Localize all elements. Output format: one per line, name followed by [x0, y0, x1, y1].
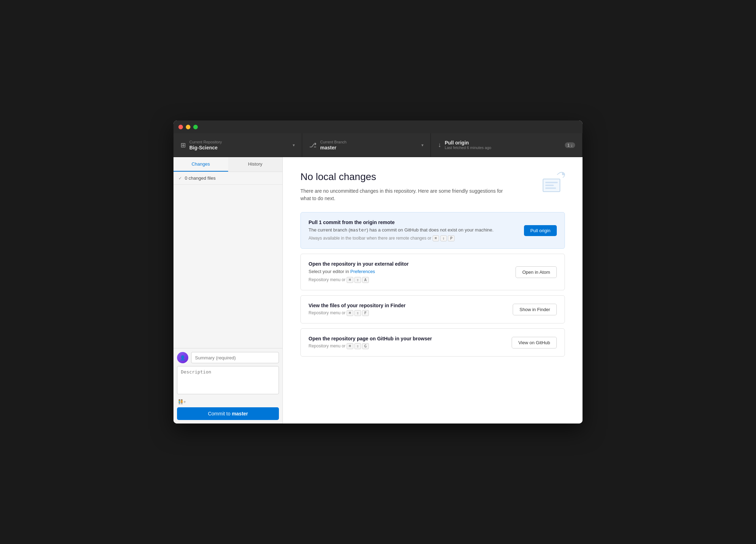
github-suggestion-card: Open the repository page on GitHub in yo… [300, 328, 565, 357]
editor-suggestion-desc: Select your editor in Preferences [309, 268, 508, 275]
sidebar-spacer [173, 185, 282, 348]
main-area: Changes History ✓ 0 changed files 👤 [173, 157, 583, 424]
pull-suggestion-content: Pull 1 commit from the origin remote The… [309, 220, 517, 241]
finder-kbd-shift: ⇧ [354, 310, 361, 316]
show-in-finder-button[interactable]: Show in Finder [513, 304, 557, 315]
no-changes-illustration [540, 168, 568, 196]
changed-files-label: 0 changed files [185, 175, 215, 181]
tab-changes[interactable]: Changes [173, 157, 228, 172]
pull-sublabel: Last fetched 6 minutes ago [445, 146, 561, 150]
branch-label: Current Branch [320, 140, 418, 144]
commit-area: 👤 🧑‍🤝‍🧑+ Commit to master [173, 348, 282, 424]
editor-suggestion-title: Open the repository in your external edi… [309, 261, 508, 267]
close-button[interactable] [178, 125, 183, 129]
repo-label: Current Repository [189, 140, 289, 144]
changed-files-row: ✓ 0 changed files [173, 172, 282, 185]
traffic-lights [178, 125, 198, 129]
finder-suggestion-shortcut: Repository menu or ⌘ ⇧ F [309, 310, 506, 316]
pull-badge: 1 ↓ [565, 142, 575, 148]
finder-suggestion-content: View the files of your repository in Fin… [309, 303, 506, 316]
svg-rect-1 [545, 182, 557, 183]
finder-suggestion-title: View the files of your repository in Fin… [309, 303, 506, 308]
current-repo-section[interactable]: ⊞ Current Repository Big-Science ▾ [173, 133, 302, 157]
pull-suggestion-desc: The current branch (master) has a commit… [309, 227, 517, 233]
app-window: ⊞ Current Repository Big-Science ▾ ⎇ Cur… [173, 120, 583, 424]
pull-kbd-cmd: ⌘ [433, 235, 439, 241]
sidebar-tabs: Changes History [173, 157, 282, 172]
editor-kbd-shift: ⇧ [354, 277, 361, 283]
svg-point-4 [562, 173, 564, 175]
view-on-github-button[interactable]: View on GitHub [512, 337, 557, 348]
branch-chevron-icon: ▾ [421, 143, 423, 148]
main-panel: No local changes There are no uncommitte… [283, 157, 583, 424]
toolbar: ⊞ Current Repository Big-Science ▾ ⎇ Cur… [173, 133, 583, 157]
github-kbd-cmd: ⌘ [347, 343, 353, 349]
github-suggestion-title: Open the repository page on GitHub in yo… [309, 336, 505, 341]
add-coauthor-button[interactable]: 🧑‍🤝‍🧑+ [178, 399, 186, 404]
description-input[interactable] [177, 366, 279, 394]
repo-name: Big-Science [189, 145, 289, 150]
pull-icon: ↓ [438, 141, 441, 149]
github-kbd-g: G [362, 343, 369, 349]
pull-label: Pull origin [445, 140, 561, 146]
editor-suggestion-card: Open the repository in your external edi… [300, 254, 565, 290]
open-in-atom-button[interactable]: Open in Atom [516, 266, 557, 278]
add-coauthor-row: 🧑‍🤝‍🧑+ [177, 398, 279, 405]
preferences-link[interactable]: Preferences [350, 269, 375, 274]
title-bar [173, 120, 583, 133]
pull-suggestion-title: Pull 1 commit from the origin remote [309, 220, 517, 225]
repo-text: Current Repository Big-Science [189, 140, 289, 150]
repo-chevron-icon: ▾ [293, 143, 295, 148]
pull-kbd-shift: ⇧ [440, 235, 447, 241]
summary-input[interactable] [191, 352, 279, 363]
commit-input-row: 👤 [177, 352, 279, 363]
github-kbd-shift: ⇧ [354, 343, 361, 349]
github-suggestion-shortcut: Repository menu or ⌘ ⇧ G [309, 343, 505, 349]
github-suggestion-content: Open the repository page on GitHub in yo… [309, 336, 505, 349]
current-branch-section[interactable]: ⎇ Current Branch master ▾ [302, 133, 431, 157]
editor-suggestion-shortcut: Repository menu or ⌘ ⇧ A [309, 277, 508, 283]
branch-icon: ⎇ [309, 141, 317, 149]
pull-kbd-p: P [448, 235, 455, 241]
commit-button[interactable]: Commit to master [177, 407, 279, 420]
branch-text: Current Branch master [320, 140, 418, 150]
pull-suggestion-shortcut: Always available in the toolbar when the… [309, 235, 517, 241]
minimize-button[interactable] [186, 125, 190, 129]
pull-origin-section[interactable]: ↓ Pull origin Last fetched 6 minutes ago… [431, 133, 583, 157]
editor-kbd-cmd: ⌘ [347, 277, 353, 283]
sidebar: Changes History ✓ 0 changed files 👤 [173, 157, 283, 424]
tab-history[interactable]: History [228, 157, 283, 172]
avatar: 👤 [177, 352, 188, 363]
branch-name: master [320, 145, 418, 150]
finder-kbd-f: F [362, 310, 369, 316]
pull-origin-button[interactable]: Pull origin [524, 225, 557, 236]
pull-text: Pull origin Last fetched 6 minutes ago [445, 140, 561, 150]
no-changes-title: No local changes [300, 171, 565, 183]
check-icon: ✓ [178, 176, 182, 181]
pull-suggestion-card: Pull 1 commit from the origin remote The… [300, 212, 565, 249]
finder-kbd-cmd: ⌘ [347, 310, 353, 316]
editor-kbd-a: A [362, 277, 369, 283]
finder-suggestion-card: View the files of your repository in Fin… [300, 295, 565, 323]
editor-suggestion-content: Open the repository in your external edi… [309, 261, 508, 283]
svg-rect-3 [545, 187, 556, 189]
svg-rect-2 [545, 185, 554, 186]
repo-icon: ⊞ [181, 141, 186, 149]
no-changes-desc: There are no uncommitted changes in this… [300, 187, 505, 202]
fullscreen-button[interactable] [193, 125, 198, 129]
